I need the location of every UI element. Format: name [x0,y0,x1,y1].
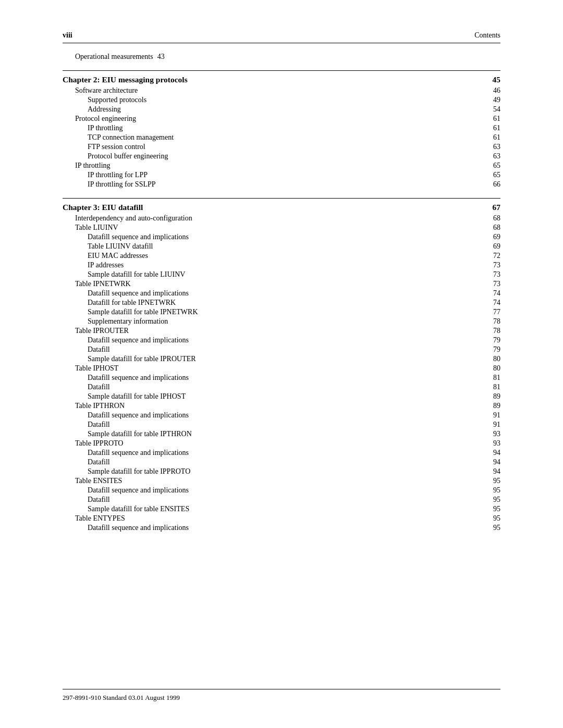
section-text-1-8: Datafill sequence and implications [88,289,189,298]
section-page-1-12: 78 [489,327,500,335]
section-entry-1-13: Datafill sequence and implications 79 [63,336,500,344]
section-text-1-32: Table ENTYPES [75,514,125,523]
section-page-1-2: 69 [489,233,500,241]
section-text-1-12: Table IPROUTER [75,327,129,335]
section-entry-1-21: Datafill sequence and implications 91 [63,411,500,419]
section-text-1-30: Datafill [88,496,110,504]
section-page-1-23: 93 [489,430,500,438]
section-page-0-8: 65 [489,162,500,170]
section-page-1-30: 95 [489,496,500,504]
section-text-1-13: Datafill sequence and implications [88,336,189,344]
section-text-1-28: Table ENSITES [75,477,122,485]
section-page-1-28: 95 [489,477,500,485]
section-page-1-27: 94 [489,467,500,476]
section-entry-1-11: Supplementary information 78 [63,317,500,326]
section-entry-0-0: Software architecture 46 [63,87,500,95]
section-text-0-4: IP throttling [88,124,123,132]
section-page-1-0: 68 [489,214,500,223]
section-page-1-13: 79 [489,336,500,344]
section-entry-0-6: FTP session control 63 [63,143,500,151]
section-entry-1-32: Table ENTYPES 95 [63,514,500,523]
section-text-0-8: IP throttling [75,162,111,170]
section-page-1-19: 89 [489,392,500,401]
section-page-0-9: 65 [489,171,500,179]
section-page-1-3: 69 [489,242,500,251]
section-text-1-9: Datafill for table IPNETWRK [88,299,176,307]
section-page-0-10: 66 [489,180,500,189]
section-text-0-10: IP throttling for SSLPP [88,180,156,189]
section-text-1-33: Datafill sequence and implications [88,524,189,532]
section-entry-1-2: Datafill sequence and implications 69 [63,233,500,241]
section-page-1-18: 81 [489,383,500,391]
section-entry-1-33: Datafill sequence and implications 95 [63,524,500,532]
section-page-1-32: 95 [489,514,500,523]
section-text-1-10: Sample datafill for table IPNETWRK [88,308,198,316]
section-entry-1-31: Sample datafill for table ENSITES 95 [63,505,500,513]
section-entry-1-0: Interdependency and auto-configuration 6… [63,214,500,223]
chapter-entry-1: Chapter 3: EIU datafill67 [63,198,500,212]
section-text-1-23: Sample datafill for table IPTHRON [88,430,192,438]
chapter-entry-0: Chapter 2: EIU messaging protocols45 [63,70,500,84]
section-text-1-14: Datafill [88,346,110,354]
section-text-1-20: Table IPTHRON [75,402,125,410]
section-page-0-7: 63 [489,152,500,161]
section-page-1-7: 73 [489,280,500,288]
section-entry-1-16: Table IPHOST 80 [63,364,500,373]
section-page-0-5: 61 [489,133,500,142]
page-footer: 297-8991-910 Standard 03.01 August 1999 [63,689,500,702]
prelude-section: Operational measurements 43 [63,53,500,61]
section-text-1-4: EIU MAC addresses [88,252,148,260]
section-entry-1-18: Datafill 81 [63,383,500,391]
section-text-1-6: Sample datafill for table LIUINV [88,270,185,279]
section-page-1-6: 73 [489,270,500,279]
section-text-1-25: Datafill sequence and implications [88,449,189,457]
section-text-1-31: Sample datafill for table ENSITES [88,505,189,513]
section-text-0-7: Protocol buffer engineering [88,152,168,161]
section-text-1-11: Supplementary information [88,317,168,326]
section-page-1-1: 68 [489,224,500,232]
section-entry-0-2: Addressing 54 [63,105,500,114]
section-page-0-1: 49 [489,96,500,104]
section-page-1-31: 95 [489,505,500,513]
section-text-1-27: Sample datafill for table IPPROTO [88,467,190,476]
section-page-0-3: 61 [489,115,500,123]
section-page-1-14: 79 [489,346,500,354]
section-entry-1-1: Table LIUINV 68 [63,224,500,232]
section-page-1-24: 93 [489,439,500,448]
section-text-0-6: FTP session control [88,143,145,151]
section-entry-0-5: TCP connection management 61 [63,133,500,142]
section-entry-1-6: Sample datafill for table LIUINV 73 [63,270,500,279]
section-entry-1-9: Datafill for table IPNETWRK 74 [63,299,500,307]
section-entry-0-4: IP throttling 61 [63,124,500,132]
section-entry-1-28: Table ENSITES 95 [63,477,500,485]
section-entry-0-8: IP throttling 65 [63,162,500,170]
section-entry-0-3: Protocol engineering 61 [63,115,500,123]
section-text-0-0: Software architecture [75,87,138,95]
chapter-page-0: 45 [493,75,501,84]
section-text-1-2: Datafill sequence and implications [88,233,189,241]
section-text-0-5: TCP connection management [88,133,174,142]
section-entry-1-8: Datafill sequence and implications 74 [63,289,500,298]
chapter-page-1: 67 [493,203,501,212]
prelude-text: Operational measurements [75,53,153,61]
section-text-1-17: Datafill sequence and implications [88,374,189,382]
section-text-1-15: Sample datafill for table IPROUTER [88,355,196,363]
section-entry-1-26: Datafill 94 [63,458,500,466]
section-text-1-3: Table LIUINV datafill [88,242,153,251]
section-page-1-16: 80 [489,364,500,373]
section-page-0-6: 63 [489,143,500,151]
section-entry-1-24: Table IPPROTO 93 [63,439,500,448]
section-text-1-0: Interdependency and auto-configuration [75,214,192,223]
section-entry-0-10: IP throttling for SSLPP 66 [63,180,500,189]
section-entry-1-10: Sample datafill for table IPNETWRK 77 [63,308,500,316]
section-text-1-21: Datafill sequence and implications [88,411,189,419]
section-page-1-15: 80 [489,355,500,363]
section-text-1-26: Datafill [88,458,110,466]
section-page-1-20: 89 [489,402,500,410]
section-text-1-18: Datafill [88,383,110,391]
section-entry-1-3: Table LIUINV datafill 69 [63,242,500,251]
section-page-1-21: 91 [489,411,500,419]
section-page-1-9: 74 [489,299,500,307]
section-page-1-26: 94 [489,458,500,466]
section-page-1-29: 95 [489,486,500,495]
